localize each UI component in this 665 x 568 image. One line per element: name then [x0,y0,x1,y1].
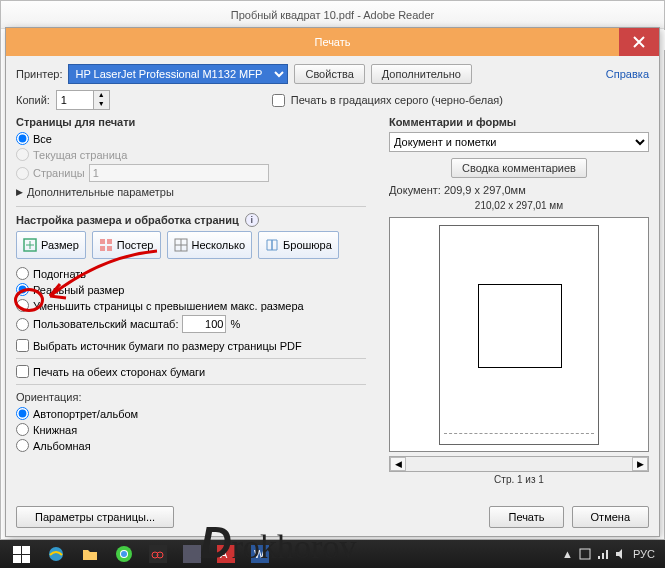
folder-icon [81,545,99,563]
more-options-toggle[interactable]: ▶Дополнительные параметры [16,186,366,198]
system-tray[interactable]: ▲ РУС [562,548,661,560]
windows-icon [13,546,30,563]
preview-ruler [444,433,594,441]
svg-text:A: A [220,548,228,560]
pdf-icon: A [217,545,235,563]
scroll-right-button[interactable]: ▶ [632,457,648,471]
taskbar-ie[interactable] [40,542,72,566]
info-icon[interactable]: i [245,213,259,227]
preview-scrollbar[interactable]: ◀ ▶ [389,456,649,472]
printer-label: Принтер: [16,68,62,80]
svg-text:W: W [254,548,265,560]
dialog-body: Принтер: HP LaserJet Professional M1132 … [6,56,659,536]
svg-point-11 [121,551,127,557]
dialog-titlebar: Печать [6,28,659,56]
cancel-button[interactable]: Отмена [572,506,649,528]
close-button[interactable] [619,28,659,56]
radio-all[interactable] [16,132,29,145]
radio-orient-landscape[interactable] [16,439,29,452]
comments-select[interactable]: Документ и пометки [389,132,649,152]
poster-icon [99,238,113,252]
volume-icon[interactable] [615,548,627,560]
radio-actual-size[interactable] [16,283,29,296]
taskbar-cc[interactable] [142,542,174,566]
custom-scale-input[interactable] [182,315,226,333]
document-size-label: Документ: 209,9 x 297,0мм [389,184,649,196]
tab-poster[interactable]: Постер [92,231,161,259]
svg-rect-3 [100,246,105,251]
start-button[interactable] [4,542,38,566]
sizing-group-title: Настройка размера и обработка страницi [16,213,366,227]
advanced-button[interactable]: Дополнительно [371,64,472,84]
right-pane: Комментарии и формы Документ и пометки С… [389,112,649,485]
tab-multiple[interactable]: Несколько [167,231,253,259]
tray-chevron-icon[interactable]: ▲ [562,548,573,560]
svg-rect-15 [183,545,201,563]
dialog-title: Печать [314,36,350,48]
taskbar[interactable]: A W ▲ РУС [0,540,665,568]
preview-dimensions: 210,02 x 297,01 мм [389,200,649,211]
pages-input [89,164,269,182]
print-dialog: Печать Принтер: HP LaserJet Professional… [5,27,660,537]
spin-up[interactable]: ▲ [93,91,109,100]
tab-size[interactable]: Размер [16,231,86,259]
paper-source-checkbox[interactable] [16,339,29,352]
properties-button[interactable]: Свойства [294,64,364,84]
copies-spinner[interactable]: ▲▼ [56,90,110,110]
scroll-left-button[interactable]: ◀ [390,457,406,471]
action-center-icon[interactable] [579,548,591,560]
svg-rect-2 [107,239,112,244]
radio-orient-auto[interactable] [16,407,29,420]
network-icon[interactable] [597,548,609,560]
grayscale-checkbox[interactable] [272,94,285,107]
tab-booklet[interactable]: Брошюра [258,231,339,259]
print-preview [389,217,649,452]
svg-rect-1 [100,239,105,244]
sizing-tabs: Размер Постер Несколько Брошюра [16,231,366,259]
taskbar-explorer[interactable] [74,542,106,566]
page-setup-button[interactable]: Параметры страницы... [16,506,174,528]
close-icon [633,36,645,48]
copies-input[interactable] [57,94,93,106]
copies-label: Копий: [16,94,50,106]
orientation-label: Ориентация: [16,391,366,403]
radio-orient-portrait[interactable] [16,423,29,436]
multiple-icon [174,238,188,252]
printer-select[interactable]: HP LaserJet Professional M1132 MFP [68,64,288,84]
creative-cloud-icon [149,545,167,563]
radio-custom-scale[interactable] [16,318,29,331]
help-link[interactable]: Справка [606,68,649,80]
chrome-icon [115,545,133,563]
comments-summary-button[interactable]: Сводка комментариев [451,158,587,178]
app-titlebar: Пробный квадрат 10.pdf - Adobe Reader [1,1,664,29]
dialog-footer: Параметры страницы... Печать Отмена [16,506,649,528]
print-button[interactable]: Печать [489,506,563,528]
booklet-icon [265,238,279,252]
svg-rect-4 [107,246,112,251]
taskbar-word[interactable]: W [244,542,276,566]
pages-group-title: Страницы для печати [16,116,366,128]
grayscale-label: Печать в градациях серого (черно-белая) [291,94,503,106]
preview-content-square [478,284,562,368]
svg-rect-20 [580,549,590,559]
spin-down[interactable]: ▼ [93,100,109,109]
duplex-checkbox[interactable] [16,365,29,378]
comments-group-title: Комментарии и формы [389,116,649,128]
ie-icon [47,545,65,563]
taskbar-chrome[interactable] [108,542,140,566]
radio-pages [16,167,29,180]
radio-fit[interactable] [16,267,29,280]
taskbar-app1[interactable] [176,542,208,566]
page-counter: Стр. 1 из 1 [389,474,649,485]
chevron-right-icon: ▶ [16,187,23,197]
preview-page [439,225,599,445]
left-pane: Страницы для печати Все Текущая страница… [16,112,366,455]
radio-shrink[interactable] [16,299,29,312]
app-title: Пробный квадрат 10.pdf - Adobe Reader [231,9,434,21]
word-icon: W [251,545,269,563]
app-icon [183,545,201,563]
size-icon [23,238,37,252]
taskbar-adobe-reader[interactable]: A [210,542,242,566]
radio-current [16,148,29,161]
language-indicator[interactable]: РУС [633,548,655,560]
